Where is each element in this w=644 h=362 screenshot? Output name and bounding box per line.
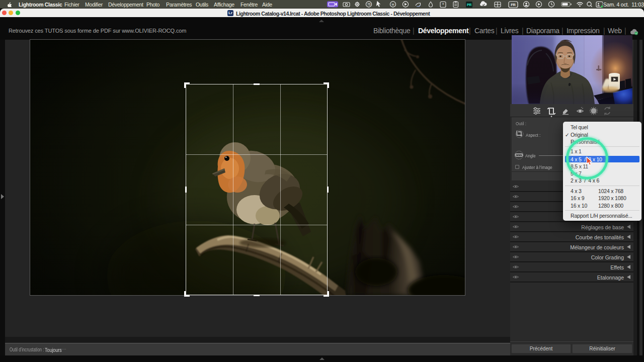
svg-text:PR: PR bbox=[467, 3, 471, 7]
svg-text:76: 76 bbox=[367, 3, 371, 6]
svg-text:FR: FR bbox=[511, 3, 516, 7]
svg-text:*: * bbox=[442, 2, 444, 7]
svg-text:w: w bbox=[391, 3, 395, 6]
